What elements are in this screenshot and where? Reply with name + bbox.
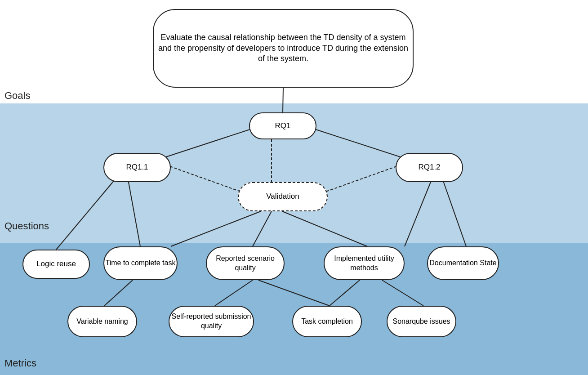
- goals-label: Goals: [4, 90, 30, 102]
- metrics-label: Metrics: [4, 357, 36, 369]
- task-completion-node: Task completion: [292, 306, 362, 337]
- time-complete-node: Time to complete task: [103, 246, 178, 280]
- rq1-2-node: RQ1.2: [396, 153, 463, 182]
- main-goal-node: Evaluate the causal relationship between…: [153, 9, 414, 88]
- logic-reuse-node: Logic reuse: [22, 250, 90, 279]
- sonarqube-node: Sonarqube issues: [387, 306, 456, 337]
- reported-scenario-node: Reported scenario quality: [206, 246, 285, 280]
- implemented-utility-node: Implemented utility methods: [324, 246, 405, 280]
- validation-node: Validation: [238, 182, 328, 211]
- rq1-1-node: RQ1.1: [103, 153, 171, 182]
- rq1-node: RQ1: [249, 112, 316, 139]
- questions-label: Questions: [4, 220, 49, 232]
- self-reported-node: Self-reported submission quality: [169, 306, 254, 337]
- documentation-state-node: Documentation State: [427, 246, 499, 280]
- diagram-container: Goals Questions Metrics: [0, 0, 588, 375]
- variable-naming-node: Variable naming: [67, 306, 137, 337]
